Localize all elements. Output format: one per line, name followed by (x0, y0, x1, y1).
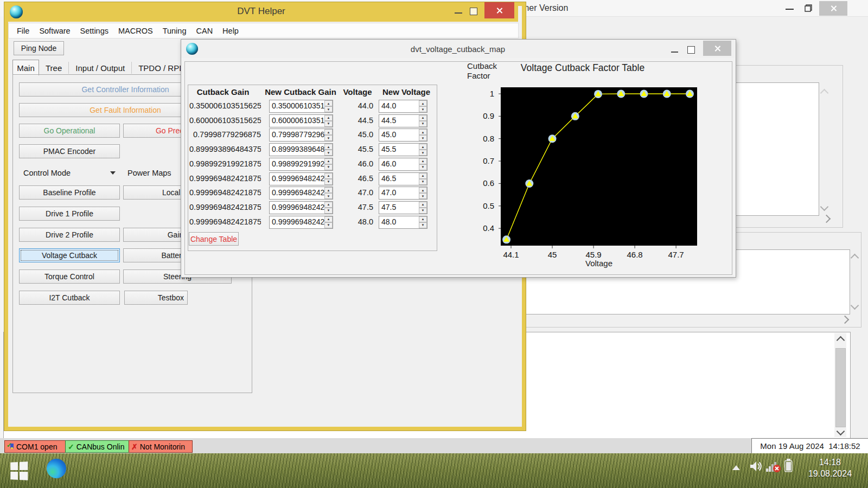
x-tick-label: 45.9 (580, 250, 607, 259)
y-tick-label: 0.4 (467, 223, 494, 233)
status-badge-label: COM1 open (16, 442, 57, 451)
check-icon: ✓ (68, 442, 74, 451)
menu-help[interactable]: Help (218, 27, 244, 35)
background-window-title: mer Version (522, 3, 568, 13)
log-scrollbar[interactable] (834, 333, 846, 437)
start-button[interactable] (8, 461, 29, 480)
tray-clock[interactable]: 14:18 19.08.2024 (795, 457, 865, 480)
close-button[interactable] (484, 2, 514, 18)
windows-logo-icon (10, 461, 28, 480)
power-maps-label: Power Maps (127, 169, 171, 177)
menu-software[interactable]: Software (34, 27, 75, 35)
tab-tree[interactable]: Tree (39, 62, 69, 74)
restore-icon[interactable] (805, 4, 812, 12)
menu-settings[interactable]: Settings (75, 27, 113, 35)
minimize-icon[interactable] (786, 9, 794, 10)
chevron-down-icon (110, 171, 116, 175)
cross-icon: ✗ (131, 442, 138, 451)
control-mode-dropdown[interactable]: Control Mode (19, 166, 120, 180)
y-tick-label: 0.7 (467, 156, 494, 165)
tray-date: 19.08.2024 (808, 468, 852, 479)
close-icon (496, 7, 503, 14)
plot-background (501, 87, 697, 246)
maximize-icon[interactable] (470, 8, 477, 15)
minimize-icon[interactable] (455, 12, 462, 14)
menu-can[interactable]: CAN (191, 27, 218, 35)
scroll-down-icon[interactable] (837, 427, 845, 436)
x-tick-label: 44.1 (497, 250, 525, 259)
x-tick-label: 45 (539, 250, 566, 259)
status-badge-monitoring[interactable]: ✗ Not Monitorin (129, 440, 193, 453)
voltage-cutback-button[interactable]: Voltage Cutback (19, 248, 120, 262)
main-titlebar[interactable]: DVT Helper (4, 2, 518, 22)
voltage-cutback-chart (499, 87, 700, 249)
status-badge-label: Not Monitorin (140, 442, 185, 451)
serial-port-icon: ✓ (7, 443, 14, 450)
chart-xlabel: Voltage (561, 259, 637, 268)
edge-browser-icon[interactable] (47, 459, 66, 478)
go-operational-button[interactable]: Go Operational (19, 124, 120, 138)
battery-icon[interactable] (784, 459, 793, 474)
chart-area: 10.90.80.70.60.50.444.14545.946.847.7 (181, 40, 735, 276)
tab-main[interactable]: Main (12, 60, 39, 75)
y-tick-label: 1 (467, 89, 494, 98)
status-badge-com1[interactable]: ✓ COM1 open (4, 440, 67, 453)
close-button[interactable] (819, 1, 847, 16)
drive-1-profile-button[interactable]: Drive 1 Profile (19, 207, 120, 221)
x-tick-label: 46.8 (621, 250, 648, 259)
y-tick-label: 0.9 (467, 111, 494, 120)
volume-icon[interactable] (750, 460, 764, 475)
menu-tuning[interactable]: Tuning (158, 27, 192, 35)
y-tick-label: 0.6 (467, 178, 494, 188)
status-badge-canbus[interactable]: ✓ CANbus Onlin (65, 440, 131, 453)
network-icon[interactable] (766, 461, 781, 475)
control-mode-label: Control Mode (23, 169, 71, 177)
tab-input-output[interactable]: Input / Output (69, 62, 132, 74)
testbox-button[interactable]: Testbox (124, 291, 188, 305)
desktop: mer Version Already logged in at a highe… (0, 0, 868, 488)
scroll-up-icon[interactable] (837, 336, 845, 345)
pmac-encoder-button[interactable]: PMAC Encoder (19, 144, 120, 158)
taskbar: C6944 Shiroko D... DVT Helper dvt_helper… (0, 453, 868, 488)
show-hidden-icons-button[interactable] (732, 465, 740, 470)
menu-bar: File Software Settings MACROS Tuning CAN… (8, 23, 519, 38)
close-icon (830, 5, 837, 12)
i2t-cutback-button[interactable]: I2T Cutback (19, 291, 120, 305)
drive-2-profile-button[interactable]: Drive 2 Profile (19, 228, 120, 242)
scrollbar-thumb[interactable] (835, 348, 846, 427)
dialog-window: dvt_voltage_cutback_map Cutback Gain New… (181, 39, 736, 278)
main-window-title: DVT Helper (4, 6, 518, 17)
torque-control-button[interactable]: Torque Control (19, 269, 120, 284)
menu-macros[interactable]: MACROS (113, 27, 158, 35)
x-tick-label: 47.7 (662, 250, 690, 259)
baseline-profile-button[interactable]: Baseline Profile (19, 185, 120, 200)
menu-file[interactable]: File (12, 27, 34, 35)
status-badge-label: CANbus Onlin (76, 442, 125, 451)
y-tick-label: 0.8 (467, 134, 494, 143)
ping-node-button[interactable]: Ping Node (14, 41, 64, 55)
tray-time: 14:18 (819, 457, 841, 468)
status-datetime: Mon 19 Aug 2024 14:18:52 (751, 438, 868, 454)
y-tick-label: 0.5 (467, 201, 494, 210)
